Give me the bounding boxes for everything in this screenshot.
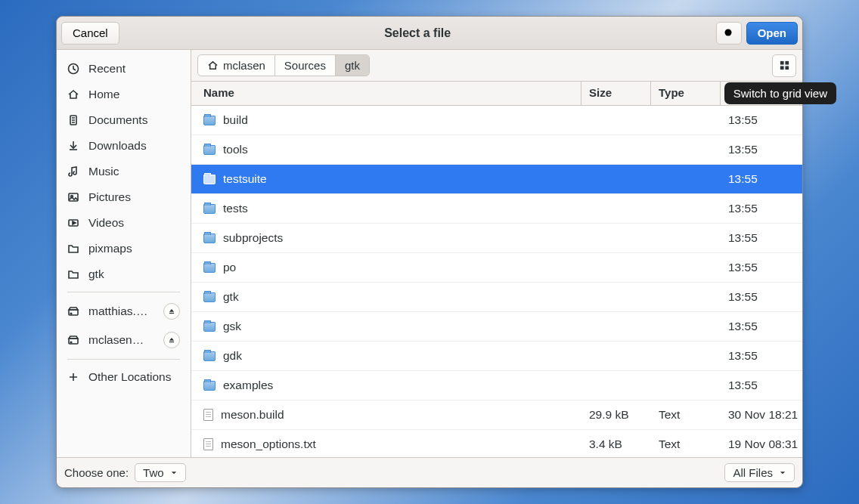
file-name: subprojects [223, 231, 283, 245]
caret-down-icon [779, 469, 786, 477]
videos-icon [67, 217, 79, 229]
drive-icon [67, 305, 79, 317]
file-name: build [223, 113, 248, 127]
file-chooser-dialog: Cancel Select a file Open RecentHomeDocu… [56, 16, 803, 488]
eject-icon [168, 308, 175, 315]
file-modified: 13:55 [721, 143, 802, 156]
sidebar-item-home[interactable]: Home [57, 82, 191, 107]
file-size: 29.9 kB [581, 408, 651, 422]
file-name: meson.build [221, 408, 284, 422]
file-row[interactable]: tests13:55 [191, 194, 802, 224]
filter-combobox[interactable]: All Files [724, 463, 795, 482]
file-name: gdk [223, 349, 242, 363]
sidebar-separator [67, 292, 180, 292]
sidebar-item-gtk[interactable]: gtk [57, 261, 191, 287]
file-row[interactable]: tools13:55 [191, 135, 802, 165]
path-segment[interactable]: Sources [275, 55, 336, 76]
file-row[interactable]: testsuite13:55 [191, 165, 802, 194]
titlebar: Cancel Select a file Open [57, 17, 802, 50]
file-list[interactable]: build13:55tools13:55testsuite13:55tests1… [191, 106, 802, 457]
folder-icon [203, 116, 216, 125]
file-browser: mclasenSourcesgtk Switch to grid view Na… [191, 50, 802, 457]
sidebar-item-pictures[interactable]: Pictures [57, 184, 191, 210]
file-icon [203, 409, 213, 421]
file-modified: 13:55 [721, 172, 802, 186]
file-modified: 13:55 [721, 320, 802, 333]
file-row[interactable]: meson_options.txt3.4 kBText19 Nov 08:31 [191, 430, 802, 457]
sidebar-item-pixmaps[interactable]: pixmaps [57, 236, 191, 261]
folder-icon [67, 243, 79, 255]
caret-down-icon [170, 469, 178, 477]
file-modified: 13:55 [721, 379, 802, 392]
sidebar-item-label: gtk [88, 267, 180, 281]
file-name: gsk [223, 320, 241, 333]
folder-icon [203, 145, 216, 155]
file-type: Text [651, 438, 721, 451]
sidebar-item-label: Recent [88, 62, 180, 76]
path-segment-label: gtk [345, 59, 360, 72]
sidebar-item-label: Home [88, 88, 180, 101]
home-icon [67, 88, 79, 100]
sidebar-item-label: mclasen… [88, 333, 154, 347]
cancel-button[interactable]: Cancel [61, 22, 119, 45]
sidebar-item-label: Pictures [88, 190, 180, 204]
sidebar-item-downloads[interactable]: Downloads [57, 133, 191, 159]
grid-icon [779, 60, 790, 71]
documents-icon [67, 114, 79, 126]
file-modified: 13:55 [721, 290, 802, 304]
path-segment-label: Sources [284, 59, 326, 72]
file-row[interactable]: po13:55 [191, 253, 802, 283]
eject-button[interactable] [163, 332, 180, 348]
file-row[interactable]: gtk13:55 [191, 283, 802, 312]
file-modified: 13:55 [721, 261, 802, 274]
sidebar-drive[interactable]: mclasen… [57, 326, 191, 354]
sidebar-item-documents[interactable]: Documents [57, 107, 191, 133]
file-row[interactable]: build13:55 [191, 106, 802, 135]
footer-bar: Choose one: Two All Files [57, 457, 802, 487]
file-row[interactable]: meson.build29.9 kBText30 Nov 18:21 [191, 400, 802, 430]
search-icon [723, 27, 735, 39]
downloads-icon [67, 140, 79, 152]
file-modified: 13:55 [721, 202, 802, 215]
path-segment[interactable]: gtk [336, 55, 369, 76]
folder-icon [203, 233, 216, 243]
open-button[interactable]: Open [746, 22, 798, 45]
eject-button[interactable] [163, 303, 180, 320]
choose-combobox[interactable]: Two [135, 463, 186, 482]
sidebar-item-label: Music [88, 165, 180, 178]
folder-icon [203, 351, 216, 361]
column-header-name[interactable]: Name [191, 82, 581, 105]
sidebar-item-label: Videos [88, 216, 180, 230]
file-row[interactable]: gdk13:55 [191, 342, 802, 371]
file-type: Text [651, 408, 721, 422]
sidebar-item-recent[interactable]: Recent [57, 56, 191, 82]
filter-value: All Files [733, 466, 773, 479]
sidebar-item-music[interactable]: Music [57, 159, 191, 184]
file-name: po [223, 261, 236, 274]
search-button[interactable] [716, 22, 742, 45]
file-row[interactable]: gsk13:55 [191, 312, 802, 342]
sidebar-drive[interactable]: matthias.… [57, 297, 191, 326]
file-name: gtk [223, 290, 239, 304]
sidebar-item-label: Documents [88, 113, 180, 127]
sidebar-item-videos[interactable]: Videos [57, 210, 191, 236]
sidebar-item-label: pixmaps [88, 242, 180, 255]
file-modified: 13:55 [721, 349, 802, 363]
pictures-icon [67, 191, 79, 203]
sidebar-separator [67, 359, 180, 360]
pathbar: mclasenSourcesgtk [197, 54, 370, 76]
file-name: meson_options.txt [221, 438, 316, 451]
choose-label: Choose one: [64, 466, 129, 479]
file-modified: 19 Nov 08:31 [721, 438, 802, 451]
file-row[interactable]: examples13:55 [191, 371, 802, 400]
view-toggle-button[interactable]: Switch to grid view [772, 54, 796, 77]
column-header-type[interactable]: Type [651, 82, 721, 105]
file-name: examples [223, 379, 273, 392]
plus-icon [67, 371, 79, 383]
column-header-size[interactable]: Size [581, 82, 651, 105]
folder-icon [67, 268, 79, 280]
file-name: testsuite [223, 172, 267, 186]
file-row[interactable]: subprojects13:55 [191, 224, 802, 253]
path-segment[interactable]: mclasen [198, 55, 275, 76]
sidebar-other-locations[interactable]: Other Locations [57, 364, 191, 390]
